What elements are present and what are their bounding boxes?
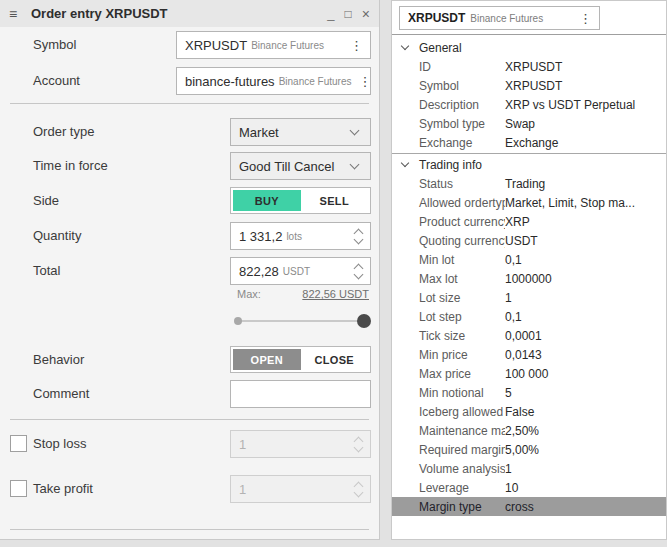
quantity-label: Quantity	[33, 221, 81, 251]
header-divider	[392, 34, 666, 35]
property-value: XRPUSDT	[505, 60, 562, 74]
property-label: Maintenance margin	[392, 424, 505, 438]
quantity-slider[interactable]	[230, 310, 371, 332]
property-row-maintenance-margin[interactable]: Maintenance margin2,50%	[392, 421, 666, 440]
property-value: 10	[505, 481, 518, 495]
property-row-exchange[interactable]: ExchangeExchange	[392, 133, 666, 152]
take-profit-spinner-icons	[355, 483, 362, 496]
property-row-min-lot[interactable]: Min lot0,1	[392, 250, 666, 269]
property-value: XRP	[505, 215, 530, 229]
slider-thumb[interactable]	[357, 314, 371, 328]
property-label: Symbol	[392, 79, 505, 93]
quantity-value: 1 331,2	[231, 229, 282, 244]
quantity-stepper[interactable]: 1 331,2 lots	[230, 222, 371, 250]
property-label: Required margin	[392, 443, 505, 457]
property-row-min-price[interactable]: Min price0,0143	[392, 345, 666, 364]
take-profit-checkbox[interactable]	[10, 480, 27, 497]
total-spinner-icons[interactable]	[355, 265, 362, 278]
buy-button[interactable]: BUY	[233, 190, 301, 211]
slider-min-dot	[234, 317, 242, 325]
property-row-allowed-ordertypes[interactable]: Allowed ordertypesMarket, Limit, Stop ma…	[392, 193, 666, 212]
property-row-product-currency[interactable]: Product currencyXRP	[392, 212, 666, 231]
menu-hamburger-icon[interactable]: ≡	[9, 6, 23, 22]
property-value: 1000000	[505, 272, 552, 286]
property-value: XRP vs USDT Perpetual	[505, 98, 635, 112]
property-label: Leverage	[392, 481, 505, 495]
property-value: Market, Limit, Stop ma...	[505, 196, 635, 210]
property-row-id[interactable]: IDXRPUSDT	[392, 57, 666, 76]
chevron-down-icon	[401, 159, 409, 167]
symbol-info-suffix: Binance Futures	[470, 13, 543, 24]
take-profit-label: Take profit	[33, 474, 93, 504]
symbol-menu-dots-icon[interactable]: ⋮	[343, 38, 370, 53]
take-profit-stepper[interactable]: 1	[230, 475, 371, 503]
max-value-link[interactable]: 822,56 USDT	[302, 288, 369, 300]
property-label: Allowed ordertypes	[392, 196, 505, 210]
close-button[interactable]: CLOSE	[301, 349, 369, 370]
symbol-suffix: Binance Futures	[251, 40, 324, 51]
property-row-symbol-type[interactable]: Symbol typeSwap	[392, 114, 666, 133]
maximize-icon[interactable]: □	[345, 8, 352, 20]
time-in-force-label: Time in force	[33, 151, 108, 181]
time-in-force-select[interactable]: Good Till Cancel	[230, 152, 371, 180]
comment-input[interactable]	[230, 380, 371, 408]
property-row-min-notional[interactable]: Min notional5	[392, 383, 666, 402]
sell-button[interactable]: SELL	[301, 190, 369, 211]
stop-loss-checkbox[interactable]	[10, 435, 27, 452]
account-input[interactable]: binance-futures Binance Futures ⋮	[176, 67, 371, 95]
account-menu-dots-icon[interactable]: ⋮	[351, 74, 378, 89]
property-value: 1	[505, 291, 512, 305]
property-list: GeneralIDXRPUSDTSymbolXRPUSDTDescription…	[392, 38, 666, 516]
property-value: 0,1	[505, 253, 522, 267]
symbol-info-panel: XRPUSDT Binance Futures ⋮ GeneralIDXRPUS…	[391, 0, 667, 540]
property-row-quoting-currency[interactable]: Quoting currencyUSDT	[392, 231, 666, 250]
property-row-volume-analysis-ste[interactable]: Volume analysis ste...1	[392, 459, 666, 478]
window-title: Order entry XRPUSDT	[31, 6, 168, 21]
property-row-margin-type[interactable]: Margin typecross	[392, 497, 666, 516]
property-row-iceberg-allowed[interactable]: Iceberg allowedFalse	[392, 402, 666, 421]
property-row-max-price[interactable]: Max price100 000	[392, 364, 666, 383]
property-value: cross	[505, 500, 534, 514]
property-row-required-margin[interactable]: Required margin5,00%	[392, 440, 666, 459]
property-value: 0,0143	[505, 348, 542, 362]
minimize-icon[interactable]: _	[327, 7, 334, 20]
property-label: Description	[392, 98, 505, 112]
property-value: Swap	[505, 117, 535, 131]
property-row-max-lot[interactable]: Max lot1000000	[392, 269, 666, 288]
comment-label: Comment	[33, 379, 89, 409]
open-button[interactable]: OPEN	[233, 349, 301, 370]
property-row-status[interactable]: StatusTrading	[392, 174, 666, 193]
property-row-lot-size[interactable]: Lot size1	[392, 288, 666, 307]
section-divider	[392, 153, 666, 154]
property-row-description[interactable]: DescriptionXRP vs USDT Perpetual	[392, 95, 666, 114]
symbol-input[interactable]: XRPUSDT Binance Futures ⋮	[176, 31, 371, 59]
property-row-symbol[interactable]: SymbolXRPUSDT	[392, 76, 666, 95]
property-value: Exchange	[505, 136, 558, 150]
property-label: Tick size	[392, 329, 505, 343]
property-row-tick-size[interactable]: Tick size0,0001	[392, 326, 666, 345]
stop-loss-stepper[interactable]: 1	[230, 430, 371, 458]
max-label: Max:	[237, 288, 261, 300]
quantity-unit: lots	[286, 231, 302, 242]
stop-loss-value: 1	[231, 437, 246, 452]
side-label: Side	[33, 186, 59, 216]
close-icon[interactable]: ×	[362, 7, 370, 21]
property-value: XRPUSDT	[505, 79, 562, 93]
property-row-leverage[interactable]: Leverage10	[392, 478, 666, 497]
property-label: Status	[392, 177, 505, 191]
symbol-info-header-input[interactable]: XRPUSDT Binance Futures ⋮	[399, 6, 600, 30]
slider-track[interactable]	[236, 320, 365, 322]
symbol-info-menu-dots-icon[interactable]: ⋮	[572, 11, 599, 26]
order-type-select[interactable]: Market	[230, 118, 371, 146]
symbol-info-symbol: XRPUSDT	[408, 11, 465, 25]
side-toggle: BUY SELL	[230, 187, 371, 214]
property-row-lot-step[interactable]: Lot step0,1	[392, 307, 666, 326]
property-value: 100 000	[505, 367, 548, 381]
section-header-trading-info[interactable]: Trading info	[392, 155, 666, 174]
quantity-spinner-icons[interactable]	[355, 230, 362, 243]
total-stepper[interactable]: 822,28 USDT	[230, 257, 371, 285]
property-label: Margin type	[392, 500, 505, 514]
section-divider	[10, 103, 369, 104]
section-header-general[interactable]: General	[392, 38, 666, 57]
section-title: General	[419, 41, 462, 55]
